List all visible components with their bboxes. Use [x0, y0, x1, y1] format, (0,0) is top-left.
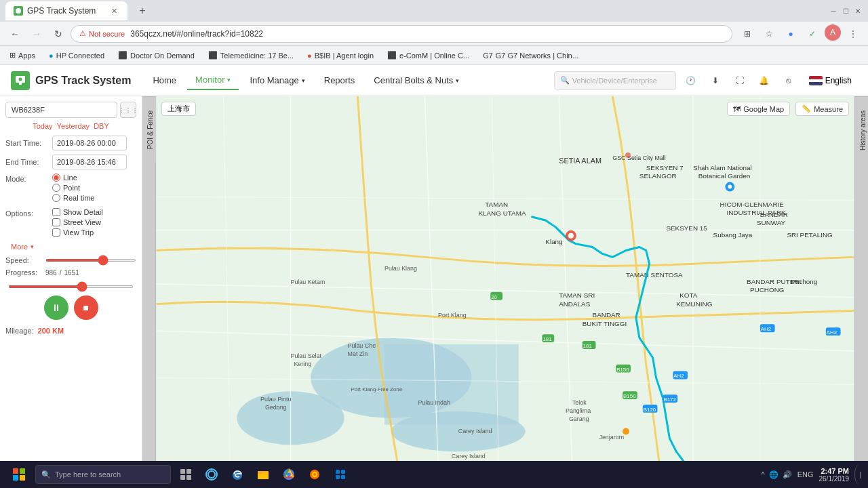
svg-rect-104: [258, 471, 262, 474]
street-view-checkbox[interactable]: [52, 218, 60, 226]
apps-store-icon[interactable]: [328, 464, 353, 485]
tray-volume[interactable]: 🔊: [783, 470, 792, 479]
play-pause-button[interactable]: ⏸: [44, 296, 68, 320]
speed-row: Speed:: [5, 256, 136, 264]
date-shortcuts: Today Yesterday DBY: [5, 122, 136, 130]
google-map-link[interactable]: 🗺 Google Map: [727, 102, 790, 116]
bookmark-button[interactable]: ☆: [760, 24, 778, 43]
logout-icon[interactable]: ⎋: [779, 71, 798, 90]
nav-info-manage[interactable]: Info Manage ▾: [241, 71, 313, 89]
playback-controls: ⏸ ■: [5, 296, 136, 320]
close-button[interactable]: ✕: [853, 6, 863, 16]
mode-realtime-radio[interactable]: [52, 194, 60, 202]
g7-icon: G7: [483, 52, 493, 60]
bookmark-bsib[interactable]: ● B$IB | Agent login: [303, 50, 378, 61]
maximize-button[interactable]: ☐: [841, 6, 850, 16]
mode-line-radio[interactable]: [52, 174, 60, 182]
bookmark-hp[interactable]: ● HP Connected: [45, 50, 108, 61]
lang-tray[interactable]: ENG: [797, 470, 814, 479]
back-button[interactable]: ←: [5, 24, 24, 43]
windows-taskbar: 🔍 Type here to search ^ 🌐 🔊: [0, 461, 868, 488]
nav-reports[interactable]: Reports: [316, 71, 363, 89]
new-tab-button[interactable]: +: [133, 1, 152, 20]
firefox-icon[interactable]: [302, 464, 327, 485]
shield-icon[interactable]: ✓: [803, 24, 822, 43]
progress-slider[interactable]: [8, 285, 134, 288]
system-clock[interactable]: 2:47 PM 26/1/2019: [819, 467, 850, 483]
language-selector[interactable]: English: [804, 73, 857, 88]
mode-point-radio[interactable]: [52, 184, 60, 192]
tray-network[interactable]: 🌐: [769, 470, 778, 479]
today-shortcut[interactable]: Today: [33, 122, 52, 130]
fullscreen-icon[interactable]: ⛶: [730, 71, 749, 90]
bookmark-ecomm[interactable]: ⬛ e-ComM | Online C...: [383, 49, 473, 61]
yesterday-shortcut[interactable]: Yesterday: [57, 122, 90, 130]
show-desktop-button[interactable]: |: [854, 465, 863, 484]
view-trip-checkbox[interactable]: [52, 228, 60, 237]
notification-icon[interactable]: 🔔: [755, 71, 774, 90]
file-explorer-icon[interactable]: [251, 464, 275, 485]
end-time-input[interactable]: [52, 155, 127, 169]
more-toggle[interactable]: More ▾: [11, 243, 136, 251]
forward-button[interactable]: →: [27, 24, 46, 43]
header-search[interactable]: 🔍 Vehicle/Device/Enterprise: [554, 71, 676, 90]
svg-text:Klang: Klang: [545, 238, 562, 245]
edge-icon[interactable]: [225, 464, 250, 485]
chrome-icon[interactable]: ●: [781, 24, 800, 43]
svg-text:KEMUNING: KEMUNING: [676, 300, 712, 308]
bookmark-g7[interactable]: G7 G7 G7 Networks | Chin...: [479, 50, 583, 61]
show-detail-label: Show Detail: [63, 208, 103, 216]
reload-button[interactable]: ↻: [49, 24, 68, 43]
browser-tab[interactable]: GPS Track System ✕: [5, 1, 127, 20]
progress-row: Progress: 986 / 1651: [5, 268, 136, 277]
tab-close-button[interactable]: ✕: [108, 5, 119, 16]
start-button[interactable]: [5, 464, 33, 485]
bookmark-apps[interactable]: ⊞ Apps: [5, 49, 39, 61]
svg-text:SEKSYEN 7: SEKSYEN 7: [646, 164, 684, 171]
mileage-value: 200 KM: [38, 327, 64, 335]
progress-label: Progress:: [5, 268, 43, 277]
warning-icon: ⚠: [79, 29, 86, 38]
history-areas-tab[interactable]: History areas: [855, 96, 868, 164]
mode-line-row: Line: [52, 174, 94, 182]
svg-text:Port Klang Free Zone: Port Klang Free Zone: [351, 386, 403, 392]
history-icon[interactable]: 🕐: [682, 71, 701, 90]
address-bar[interactable]: ⚠ Not secure 365qczx.net/#/online/track?…: [71, 25, 732, 43]
nav-monitor[interactable]: Monitor ▾: [187, 70, 239, 90]
bookmark-tele[interactable]: ⬛ Telemedicine: 17 Be...: [204, 49, 298, 61]
svg-text:181: 181: [583, 343, 593, 349]
show-detail-checkbox[interactable]: [52, 208, 60, 216]
extensions-button[interactable]: ⊞: [738, 24, 757, 43]
nav-central[interactable]: Central Bolts & Nuts ▾: [366, 71, 467, 89]
nav-home[interactable]: Home: [144, 71, 184, 89]
options-checkboxes: Show Detail Street View View Trip: [52, 208, 103, 239]
svg-text:Pulau Klang: Pulau Klang: [384, 265, 417, 272]
chrome-taskbar-icon[interactable]: [277, 464, 301, 485]
tray-arrow[interactable]: ^: [761, 470, 764, 479]
svg-rect-114: [341, 475, 345, 479]
menu-button[interactable]: ⋮: [844, 24, 863, 43]
poi-fence-tab[interactable]: POI & Fence: [142, 96, 156, 163]
svg-text:AH2: AH2: [827, 329, 837, 336]
profile-icon[interactable]: A: [825, 24, 841, 41]
cortana-icon[interactable]: [199, 464, 224, 485]
svg-text:TAMAN SRI: TAMAN SRI: [559, 291, 595, 299]
sidebar-menu-button[interactable]: ⋮⋮⋮: [120, 102, 136, 118]
download-icon[interactable]: ⬇: [706, 71, 725, 90]
map-svg: SETIA ALAM TAMAN KLANG UTAMA Klang TAMAN…: [156, 96, 854, 465]
windows-search[interactable]: 🔍 Type here to search: [35, 465, 171, 484]
stop-button[interactable]: ■: [74, 296, 98, 320]
svg-text:BUKIT TINGGI: BUKIT TINGGI: [583, 320, 627, 327]
minimize-button[interactable]: ─: [829, 6, 838, 16]
vehicle-search-input[interactable]: [5, 102, 117, 118]
security-label: Not secure: [89, 30, 125, 38]
bookmark-doctor[interactable]: ⬛ Doctor On Demand: [114, 49, 199, 61]
svg-text:TAMAN: TAMAN: [485, 201, 508, 208]
taskview-icon[interactable]: [174, 464, 198, 485]
start-time-input[interactable]: [52, 136, 127, 150]
dby-shortcut[interactable]: DBY: [94, 122, 109, 130]
svg-text:Panglima: Panglima: [566, 407, 591, 414]
speed-slider[interactable]: [45, 259, 136, 262]
location-btn[interactable]: 上海市: [161, 102, 196, 116]
measure-link[interactable]: 📏 Measure: [795, 102, 849, 116]
